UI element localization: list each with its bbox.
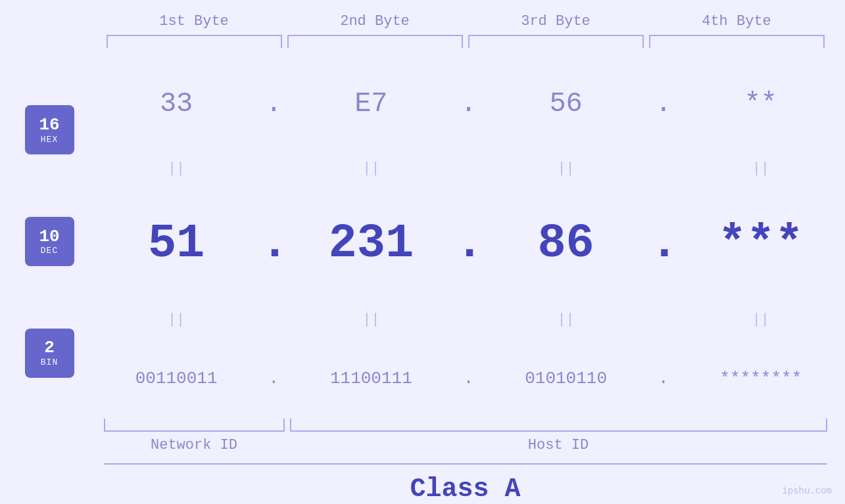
class-label: Class A (410, 474, 520, 504)
bottom-section: Network ID Host ID (104, 419, 827, 453)
byte-header-3: 3rd Byte (466, 13, 646, 30)
network-bracket (104, 419, 285, 432)
dec-row: 51 . 231 . 86 . *** (92, 217, 845, 271)
bracket-2 (287, 35, 463, 48)
bottom-labels: Network ID Host ID (104, 437, 827, 453)
hex-val-3: 56 (482, 88, 650, 120)
hex-label: HEX (41, 135, 58, 145)
sep-2-3: || (482, 311, 650, 328)
bin-number: 2 (44, 338, 55, 357)
sep-2-1: || (92, 311, 260, 328)
bin-badge: 2 BIN (25, 329, 74, 378)
bin-val-1: 00110011 (92, 369, 260, 388)
byte-header-1: 1st Byte (104, 13, 285, 30)
bin-dot-3: . (650, 369, 677, 388)
hex-row: 33 . E7 . 56 . ** (92, 88, 845, 120)
bin-val-4: ******** (677, 369, 845, 388)
base-indicators: 16 HEX 10 DEC 2 BIN (0, 68, 92, 415)
hex-number: 16 (39, 116, 59, 135)
watermark: ipshu.com (782, 486, 832, 496)
bracket-4 (649, 35, 825, 48)
dec-dot-1: . (260, 217, 287, 271)
sep-1-2: || (287, 160, 455, 177)
dec-badge: 10 DEC (25, 217, 74, 266)
dec-val-1: 51 (92, 217, 260, 271)
host-id-label: Host ID (290, 437, 827, 453)
bin-val-3: 01010110 (482, 369, 650, 388)
sep-row-2: || || || || (92, 311, 845, 328)
sep-row-1: || || || || (92, 160, 845, 177)
bin-dot-1: . (260, 369, 287, 388)
dec-label: DEC (41, 246, 58, 256)
host-bracket (290, 419, 827, 432)
byte-headers: 1st Byte 2nd Byte 3rd Byte 4th Byte (104, 13, 827, 30)
bin-label: BIN (41, 357, 58, 367)
byte-header-2: 2nd Byte (285, 13, 466, 30)
dec-number: 10 (39, 227, 59, 246)
sep-1-3: || (482, 160, 650, 177)
bracket-1 (107, 35, 282, 48)
dec-dot-2: . (456, 217, 482, 271)
hex-dot-2: . (456, 88, 482, 120)
hex-val-1: 33 (92, 88, 260, 120)
hex-val-4: ** (677, 88, 845, 120)
content-area: 16 HEX 10 DEC 2 BIN 33 . (0, 68, 845, 415)
hex-dot-1: . (260, 88, 287, 120)
bin-dot-2: . (456, 369, 482, 388)
sep-1-4: || (677, 160, 845, 177)
dec-val-4: *** (677, 217, 845, 271)
bin-val-2: 11100111 (287, 369, 455, 388)
hex-dot-3: . (650, 88, 677, 120)
dec-val-3: 86 (482, 217, 650, 271)
sep-1-1: || (92, 160, 260, 177)
dec-dot-3: . (650, 217, 677, 271)
dec-val-2: 231 (287, 217, 455, 271)
hex-badge: 16 HEX (25, 105, 74, 154)
class-section: Class A (104, 463, 827, 504)
bin-row: 00110011 . 11100111 . 01010110 . (92, 369, 845, 388)
network-id-label: Network ID (104, 437, 285, 453)
main-container: 1st Byte 2nd Byte 3rd Byte 4th Byte 16 H… (0, 0, 845, 504)
bottom-brackets (104, 419, 827, 432)
sep-2-4: || (677, 311, 845, 328)
hex-val-2: E7 (287, 88, 455, 120)
values-grid: 33 . E7 . 56 . ** (92, 68, 845, 415)
byte-header-4: 4th Byte (646, 13, 827, 30)
sep-2-2: || (287, 311, 455, 328)
top-brackets (104, 35, 827, 48)
bracket-3 (468, 35, 644, 48)
